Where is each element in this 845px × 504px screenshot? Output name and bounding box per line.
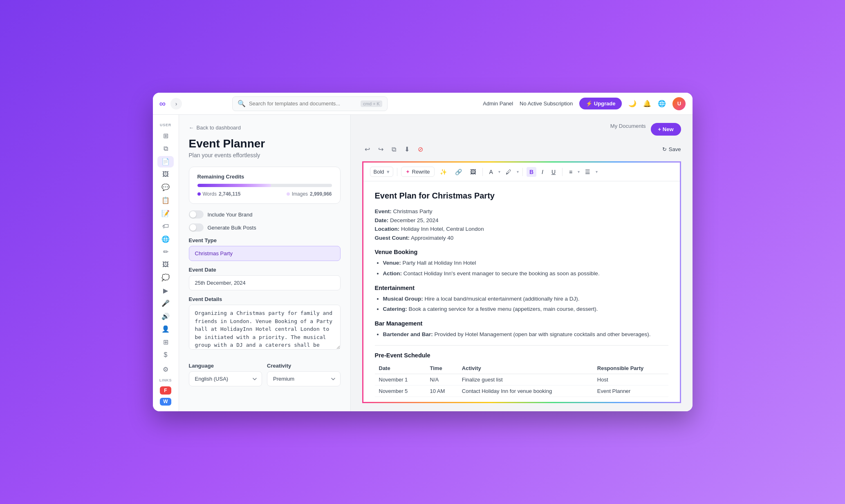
include-brand-row: Include Your Brand [189,210,341,219]
bullet-list-button[interactable]: ≡ [566,167,575,177]
sidebar-item-mic[interactable]: 🎤 [157,298,174,309]
language-select[interactable]: English (USA) [189,371,262,386]
undo-button[interactable]: ↩ [362,144,372,155]
sparkle-button[interactable]: ✨ [437,167,450,177]
sidebar-item-image2[interactable]: 🖼 [157,259,174,270]
event-date-input[interactable] [189,275,341,290]
user-avatar[interactable]: U [672,97,686,110]
links-section-label: LINKS [159,378,172,382]
sidebar-item-settings[interactable]: ⚙ [157,364,174,375]
image-button[interactable]: 🖼 [467,167,479,177]
ent-b2-label: Catering: [383,306,407,312]
event-label: Event: [375,208,392,214]
color-chevron-icon: ▾ [498,169,500,174]
toolbar-separator-3 [522,168,523,176]
bar-b1-label: Bartender and Bar: [383,331,433,337]
logo-icon: ∞ [159,98,166,109]
table-header-activity: Activity [458,363,593,374]
event-type-input[interactable] [189,246,341,261]
ordered-chevron-icon: ▾ [596,169,598,174]
venue-b2-label: Action: [383,270,402,277]
font-label: Bold [374,169,384,175]
nav-forward-button[interactable]: › [170,98,182,109]
include-brand-label: Include Your Brand [208,212,253,218]
sidebar-item-message[interactable]: 💭 [157,272,174,283]
event-details-textarea[interactable]: Organizing a Christmas party for family … [189,305,341,350]
back-to-dashboard[interactable]: ← Back to dashboard [189,125,341,131]
entertainment-section-title: Entertainment [375,285,668,291]
download-button[interactable]: ⬇ [402,144,412,155]
toolbar-separator-1 [397,168,397,176]
sidebar-item-copy[interactable]: ⧉ [157,143,174,155]
right-panel: ↩ ↪ ⧉ ⬇ ⊘ ↻ Save [351,136,693,411]
words-count: 2,746,115 [219,191,240,197]
search-input[interactable] [249,100,357,107]
location-label: Location: [375,226,400,232]
creativity-select[interactable]: Premium [267,371,341,386]
notifications-icon[interactable]: 🔔 [643,100,651,107]
sidebar-item-dollar[interactable]: $ [157,349,174,361]
sidebar-item-user[interactable]: 👤 [157,323,174,335]
event-date-label: Event Date [189,267,341,273]
sidebar-item-video[interactable]: ▶ [157,285,174,297]
link-badge-w[interactable]: W [160,398,171,406]
italic-button[interactable]: I [539,167,546,177]
search-bar[interactable]: 🔍 cmd + K [232,96,388,111]
underline-button[interactable]: U [549,167,558,177]
include-brand-toggle[interactable] [189,210,204,219]
panel-top: My Documents + New [351,115,693,136]
sidebar-item-globe[interactable]: 🌐 [157,233,174,245]
date-value: December 25, 2024 [390,217,439,223]
upgrade-button[interactable]: ⚡ Upgrade [579,98,622,109]
table-row: November 510 AMContact Holiday Inn for v… [375,386,668,397]
sidebar-item-list[interactable]: 📋 [157,195,174,206]
sidebar-item-image[interactable]: 🖼 [157,169,174,181]
sidebar-item-tag[interactable]: 🏷 [157,221,174,232]
sidebar-item-table[interactable]: ⊞ [157,337,174,348]
dark-mode-icon[interactable]: 🌙 [628,100,637,107]
copy-button[interactable]: ⧉ [389,144,399,155]
event-type-label: Event Type [189,237,341,243]
pre-event-section-title: Pre-Event Schedule [375,352,668,359]
subscription-status: No Active Subscription [520,100,573,107]
save-icon: ↻ [662,146,667,152]
images-label: Images [292,191,308,197]
doc-toolbar: ↩ ↪ ⧉ ⬇ ⊘ ↻ Save [362,144,681,155]
user-section-label: USER [160,123,171,127]
highlight-button[interactable]: 🖊 [503,167,514,177]
ordered-list-button[interactable]: ☰ [582,167,593,177]
creativity-label: Creativity [267,363,341,369]
guest-value: Approximately 40 [411,235,453,241]
document-body[interactable]: Event Plan for Christmas Party Event: Ch… [363,181,680,402]
credits-card: Remaining Credits Words 2,746,115 Images [189,167,341,204]
text-color-button[interactable]: A [486,167,496,177]
sidebar-item-chat[interactable]: 💬 [157,182,174,193]
link-button[interactable]: 🔗 [452,167,465,177]
globe-icon[interactable]: 🌐 [658,100,666,107]
location-value: Holiday Inn Hotel, Central London [401,226,484,232]
new-button[interactable]: + New [651,123,681,136]
magic-icon: ✦ [406,169,410,175]
highlight-chevron-icon: ▾ [517,169,519,174]
admin-panel-link[interactable]: Admin Panel [483,100,513,107]
stop-button[interactable]: ⊘ [415,144,426,155]
save-button[interactable]: ↻ Save [662,146,681,152]
venue-b1-label: Venue: [383,260,401,266]
generate-bulk-toggle[interactable] [189,223,204,232]
table-header-responsible: Responsible Party [593,363,668,374]
rewrite-button[interactable]: ✦ Rewrite [401,167,435,177]
sidebar-item-document[interactable]: 📄 [157,156,174,167]
back-arrow-icon: ← [189,125,194,131]
sidebar-item-grid[interactable]: ⊞ [157,130,174,142]
generate-bulk-row: Generate Bulk Posts [189,223,341,232]
redo-button[interactable]: ↪ [376,144,386,155]
font-select[interactable]: Bold ▾ [370,167,393,177]
images-dot [287,192,290,196]
my-documents-link[interactable]: My Documents [610,123,646,129]
sidebar-item-speaker[interactable]: 🔊 [157,311,174,322]
sidebar-item-file-text[interactable]: 📝 [157,207,174,219]
credits-bar-fill [197,184,271,187]
link-badge-f[interactable]: F [160,386,171,394]
sidebar-item-pencil[interactable]: ✏ [157,246,174,258]
bold-button[interactable]: B [527,167,536,177]
